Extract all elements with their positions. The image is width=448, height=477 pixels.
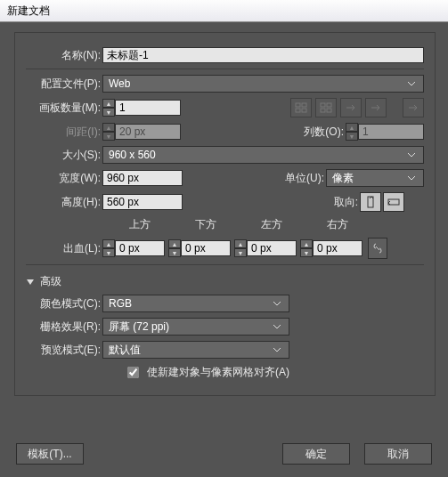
row-raster: 栅格效果(R): 屏幕 (72 ppi) [26, 318, 424, 336]
layout-row-right-icon [340, 98, 362, 117]
colormode-value: RGB [109, 297, 132, 310]
row-height-orient: 高度(H): 取向: [26, 192, 424, 212]
artboards-label: 画板数量(M): [26, 101, 102, 116]
template-button[interactable]: 模板(T)... [16, 443, 84, 465]
colormode-select[interactable]: RGB [102, 295, 289, 312]
orientation-portrait-button[interactable] [360, 192, 381, 212]
spacing-input [115, 124, 181, 140]
profile-select[interactable]: Web [102, 75, 424, 93]
disclosure-triangle-icon [26, 278, 35, 287]
units-value: 像素 [332, 171, 354, 186]
chevron-down-icon [407, 175, 421, 181]
columns-label: 列数(O): [287, 125, 346, 140]
svg-rect-0 [296, 103, 300, 107]
preview-value: 默认值 [109, 343, 141, 358]
separator [26, 69, 424, 69]
row-align: 使新建对象与像素网格对齐(A) [124, 364, 424, 381]
orientation-landscape-button[interactable] [383, 192, 404, 212]
bleed-inputs: ▲▼ ▲▼ ▲▼ ▲▼ [102, 238, 387, 259]
advanced-label: 高级 [40, 274, 61, 289]
chevron-down-icon [273, 301, 287, 306]
raster-label: 栅格效果(R): [26, 319, 102, 335]
height-input[interactable] [102, 194, 183, 210]
bleed-left-label: 左方 [261, 217, 327, 232]
artboards-input[interactable] [115, 100, 181, 116]
bleed-top-input[interactable] [115, 240, 165, 256]
dialog-title: 新建文档 [7, 4, 50, 17]
bleed-right-label: 右方 [327, 217, 393, 232]
chevron-down-icon [407, 81, 421, 86]
row-width-units: 宽度(W): 单位(U): 像素 [26, 169, 424, 187]
raster-select[interactable]: 屏幕 (72 ppi) [102, 318, 289, 336]
row-colormode: 颜色模式(C): RGB [26, 295, 424, 312]
svg-rect-3 [302, 109, 306, 112]
cancel-button[interactable]: 取消 [364, 443, 432, 465]
preview-select[interactable]: 默认值 [102, 341, 289, 359]
size-select[interactable]: 960 x 560 [102, 146, 424, 164]
raster-value: 屏幕 (72 ppi) [109, 319, 169, 335]
button-bar: 模板(T)... 确定 取消 [16, 443, 432, 465]
columns-stepper: ▲▼ [346, 123, 358, 141]
row-artboards: 画板数量(M): ▲▼ [26, 98, 424, 117]
artboards-stepper[interactable]: ▲▼ [102, 99, 115, 117]
ok-button[interactable]: 确定 [282, 443, 350, 465]
row-preview: 预览模式(E): 默认值 [26, 341, 424, 359]
size-label: 大小(S): [26, 148, 102, 163]
bleed-bottom-stepper[interactable]: ▲▼ [168, 239, 181, 257]
units-label: 单位(U): [267, 171, 326, 186]
bleed-top-stepper[interactable]: ▲▼ [102, 239, 115, 257]
chevron-down-icon [273, 324, 287, 329]
height-label: 高度(H): [26, 195, 102, 210]
row-spacing-columns: 间距(I): ▲▼ 列数(O): ▲▼ [26, 123, 424, 141]
preview-label: 预览模式(E): [26, 343, 102, 358]
bleed-column-labels: 上方 下方 左方 右方 [129, 217, 424, 232]
layout-single-right-icon [403, 98, 424, 117]
name-label: 名称(N): [26, 48, 102, 63]
profile-value: Web [109, 77, 130, 90]
svg-rect-6 [321, 109, 325, 112]
chevron-down-icon [273, 347, 287, 352]
size-value: 960 x 560 [109, 149, 156, 161]
bleed-link-button[interactable] [368, 238, 387, 259]
bleed-bottom-input[interactable] [181, 240, 231, 256]
align-checkbox[interactable] [127, 367, 139, 378]
row-name: 名称(N): [26, 47, 424, 63]
title-bar: 新建文档 [0, 0, 448, 22]
svg-rect-7 [327, 109, 331, 112]
row-size: 大小(S): 960 x 560 [26, 146, 424, 164]
bleed-left-input[interactable] [247, 240, 297, 256]
bleed-right-input[interactable] [313, 240, 362, 256]
layout-grid-z-icon [290, 98, 312, 117]
orientation-label: 取向: [319, 195, 360, 210]
name-input[interactable] [102, 47, 424, 63]
align-label: 使新建对象与像素网格对齐(A) [147, 365, 289, 380]
width-input[interactable] [102, 170, 183, 186]
svg-rect-2 [296, 109, 300, 112]
spacing-label: 间距(I): [26, 125, 102, 140]
bleed-label: 出血(L): [26, 241, 102, 256]
columns-input [358, 124, 424, 140]
svg-rect-5 [327, 103, 331, 107]
advanced-disclosure[interactable]: 高级 [26, 274, 424, 289]
bleed-left-stepper[interactable]: ▲▼ [234, 239, 247, 257]
separator [26, 264, 424, 265]
bleed-top-label: 上方 [129, 217, 195, 232]
layout-row-down-icon [365, 98, 387, 117]
width-label: 宽度(W): [26, 171, 102, 186]
svg-rect-4 [321, 103, 325, 107]
spacing-stepper: ▲▼ [102, 123, 115, 141]
svg-rect-1 [302, 103, 306, 107]
bleed-right-stepper[interactable]: ▲▼ [300, 239, 313, 257]
bleed-bottom-label: 下方 [195, 217, 261, 232]
chevron-down-icon [407, 152, 421, 158]
row-profile: 配置文件(P): Web [26, 75, 424, 93]
row-bleed: 出血(L): ▲▼ ▲▼ ▲▼ ▲▼ [26, 238, 424, 259]
settings-panel: 名称(N): 配置文件(P): Web 画板数量(M): ▲▼ 间距(I): ▲… [14, 32, 436, 396]
colormode-label: 颜色模式(C): [26, 296, 102, 311]
units-select[interactable]: 像素 [326, 169, 424, 187]
layout-grid-n-icon [315, 98, 337, 117]
profile-label: 配置文件(P): [26, 77, 102, 92]
